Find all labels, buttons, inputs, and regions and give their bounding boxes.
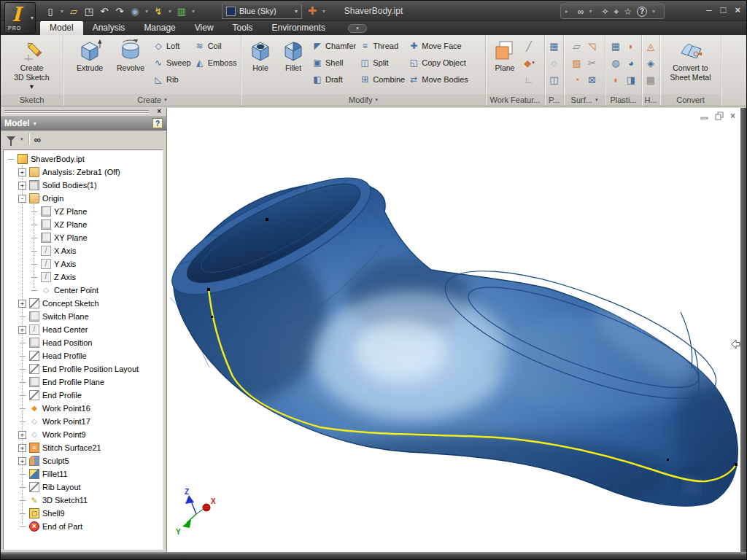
minimize-button[interactable]: – <box>706 4 711 15</box>
new-file-icon[interactable]: ▯ <box>43 4 58 18</box>
plastic-small-button[interactable]: ◗ <box>624 39 639 53</box>
doc-minimize-icon[interactable] <box>700 112 709 120</box>
tree-item[interactable]: Fillet11 <box>4 467 163 481</box>
tree-expander[interactable]: + <box>18 444 26 452</box>
tree-expander[interactable] <box>30 260 38 268</box>
tree-item[interactable]: Center Point <box>4 284 163 297</box>
tree-item[interactable]: + Solid Bodies(1) <box>4 179 163 192</box>
help-caret-icon[interactable]: ▾ <box>652 8 659 15</box>
tree-item[interactable]: End Profile Plane <box>4 376 163 389</box>
tree-expander[interactable]: + <box>18 300 26 308</box>
tree-expander[interactable] <box>30 273 38 281</box>
key-license-icon[interactable]: ✧ <box>601 7 608 17</box>
surface-small-button[interactable]: ◔ <box>569 72 584 87</box>
harness-small-button[interactable]: ▩ <box>643 72 659 87</box>
search-caret-icon[interactable]: ▾ <box>589 8 596 15</box>
surface-small-button[interactable]: ◹ <box>584 39 600 53</box>
undo-icon[interactable]: ↶ <box>97 4 112 18</box>
plastic-small-button[interactable]: ◕ <box>624 55 639 70</box>
tree-expander[interactable] <box>7 155 15 163</box>
tree-item[interactable]: Work Point17 <box>4 415 163 428</box>
sketch-quick-caret[interactable]: ▾ <box>166 4 174 18</box>
tree-item[interactable]: + Head Center <box>4 323 163 336</box>
convert-to-sheet-metal-button[interactable]: Convert to Sheet Metal <box>662 35 720 93</box>
harness-small-button[interactable]: ◬ <box>643 39 659 53</box>
vault-icon[interactable]: ▥ <box>174 4 189 18</box>
ribbon-small-button[interactable]: ◺Rib <box>151 72 193 87</box>
tree-item[interactable]: Shell9 <box>4 507 163 520</box>
modify-panel-label[interactable]: Modify▾ <box>241 94 486 106</box>
ribbon-small-button[interactable]: ◭Emboss <box>193 55 239 70</box>
ribbon-small-button[interactable]: ◱Copy Object <box>406 55 470 70</box>
ribbon-small-button[interactable]: ◫Split <box>357 55 406 70</box>
help-icon[interactable]: ? <box>637 7 647 17</box>
ribbon-tab[interactable]: Model <box>40 21 83 35</box>
extrude-button[interactable]: Extrude <box>69 35 110 93</box>
ribbon-small-button[interactable]: ≋Coil <box>193 39 239 53</box>
tree-item[interactable]: YZ Plane <box>4 205 163 218</box>
tree-expander[interactable] <box>18 405 26 413</box>
tree-item[interactable]: X Axis <box>4 244 163 257</box>
surface-small-button[interactable]: ✂ <box>584 55 600 70</box>
tree-expander[interactable] <box>30 234 38 242</box>
ribbon-small-button[interactable]: ⊞Combine <box>357 72 406 87</box>
browser-title[interactable]: Model <box>4 118 30 128</box>
tree-expander[interactable]: + <box>18 182 26 190</box>
ribbon-collapse-button[interactable]: ▾ <box>348 24 367 33</box>
signin-satellite-icon[interactable]: ⌖ <box>614 7 619 17</box>
tree-expander[interactable] <box>18 352 26 360</box>
tree-item[interactable]: Z Axis <box>4 271 163 284</box>
tree-expander[interactable] <box>18 483 26 491</box>
surface-panel-label[interactable]: Surf...▾ <box>564 94 605 106</box>
tree-item[interactable]: + Stitch Surface21 <box>4 441 163 454</box>
tree-item[interactable]: End Profile <box>4 389 163 402</box>
work-plane-button[interactable]: Plane <box>488 35 522 93</box>
ribbon-small-button[interactable]: ◧Draft <box>310 72 357 87</box>
tree-expander[interactable]: + <box>18 457 26 465</box>
pattern-small-button[interactable]: ▦ <box>546 39 562 53</box>
tree-item[interactable]: Rib Layout <box>4 481 163 494</box>
create-panel-label[interactable]: Create▾ <box>63 94 241 106</box>
surface-small-button[interactable]: ▨ <box>569 55 584 70</box>
ribbon-small-button[interactable]: ✚Move Face <box>406 39 470 53</box>
harness-small-button[interactable]: ◈ <box>643 55 659 70</box>
tree-item[interactable]: Switch Plane <box>4 310 163 323</box>
hole-button[interactable]: Hole <box>244 35 276 93</box>
find-binoculars-icon[interactable]: ∞ <box>34 134 40 145</box>
plastic-small-button[interactable]: ◨ <box>624 72 639 87</box>
tree-expander[interactable] <box>18 418 26 426</box>
search-binoculars-icon[interactable]: ∞ <box>578 7 584 17</box>
tree-item[interactable]: End of Part <box>4 520 163 533</box>
ribbon-tab[interactable]: Environments <box>263 21 335 35</box>
doc-restore-icon[interactable] <box>715 112 724 120</box>
tree-item[interactable]: XY Plane <box>4 231 163 244</box>
ribbon-small-button[interactable]: ≡Thread <box>357 39 406 53</box>
chevron-down-icon[interactable]: ▾ <box>34 120 36 127</box>
ribbon-tab[interactable]: View <box>185 21 223 35</box>
pattern-small-button[interactable]: ◫ <box>546 72 562 87</box>
plastic-small-button[interactable]: ◖ <box>608 72 624 87</box>
maximize-button[interactable]: □ <box>721 4 727 15</box>
tree-expander[interactable] <box>18 392 26 400</box>
ribbon-small-button[interactable]: ◤Chamfer <box>310 39 357 53</box>
close-button[interactable]: × <box>735 4 740 15</box>
surface-small-button[interactable]: ⊠ <box>584 72 600 87</box>
tree-expander[interactable] <box>18 365 26 373</box>
tree-expander[interactable] <box>30 208 38 216</box>
tree-expander[interactable]: + <box>18 168 26 176</box>
tree-expander[interactable]: + <box>18 431 26 439</box>
adjust-appearance-icon[interactable]: ✚ <box>305 4 320 18</box>
tree-expander[interactable] <box>30 287 38 295</box>
update-icon[interactable]: ◉ <box>128 4 142 18</box>
browser-drag-bar[interactable]: × <box>1 108 166 117</box>
work-feature-small-button[interactable]: ◆▾ <box>522 55 537 70</box>
tree-item[interactable]: + Work Point9 <box>4 428 163 441</box>
ribbon-small-button[interactable]: ⇄Move Bodies <box>406 72 470 87</box>
revolve-button[interactable]: Revolve <box>110 35 151 93</box>
ribbon-tab[interactable]: Manage <box>134 21 185 35</box>
tree-item[interactable]: Work Point16 <box>4 402 163 415</box>
tree-expander[interactable] <box>30 221 38 229</box>
ribbon-small-button[interactable]: ◇Loft <box>151 39 193 53</box>
sketch-quick-icon[interactable]: ↯ <box>151 4 166 18</box>
fillet-button[interactable]: Fillet <box>276 35 310 93</box>
